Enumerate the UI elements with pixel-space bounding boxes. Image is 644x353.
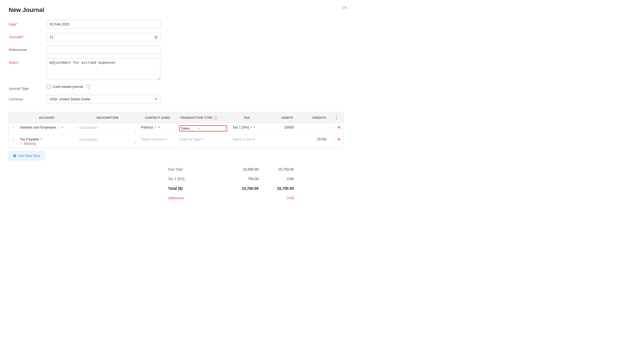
sub-total-label: Sub Total: [166, 166, 226, 173]
cash-based-info-icon[interactable]: i: [86, 84, 91, 89]
difference-row: Difference 0.00: [133, 194, 296, 202]
journal-table-section: ACCOUNT DESCRIPTION CONTACT (USD) TRANSA…: [9, 112, 344, 148]
row2-transaction-type-arrow: ▾: [201, 138, 203, 141]
row2-contact-select[interactable]: Select Contact: [141, 137, 164, 141]
row1-tax-value: Tax 1 [5%]: [233, 125, 249, 129]
journal-input-wrapper: ⚙: [47, 33, 160, 41]
row2-transaction-type-cell: Select a Type ▾: [177, 135, 230, 148]
reference-row: Reference#: [9, 46, 344, 54]
journal-row: Journal#* ⚙: [9, 33, 344, 41]
cash-based-label: Cash based journal: [53, 85, 83, 89]
plus-icon: ⊕: [13, 153, 16, 158]
grand-total-debit: 15,750.00: [226, 185, 261, 192]
row1-description-input[interactable]: [79, 126, 136, 130]
row1-desc-cell: ↘: [77, 123, 138, 135]
journal-table: ACCOUNT DESCRIPTION CONTACT (USD) TRANSA…: [9, 112, 344, 148]
row2-tax-select[interactable]: Select a Tax: [233, 137, 252, 141]
row1-account-dropdown[interactable]: ▾: [61, 126, 64, 129]
transaction-type-info-icon[interactable]: i: [214, 116, 217, 120]
grand-total-row: Total ($) 15,750.00 15,750.00: [133, 185, 296, 192]
tax-debit: 750.00: [226, 175, 261, 182]
sub-total-row: Sub Total 15,000.00 15,750.00: [133, 166, 296, 173]
drag-handle[interactable]: ⠿: [12, 137, 14, 142]
notes-row: Notes* Adjustment for accrued expenses: [9, 58, 344, 80]
row1-actions-cell: ⋮ ✕: [329, 123, 344, 135]
table-more-icon[interactable]: ⋮: [334, 115, 339, 120]
row1-transaction-type-cell: Sales ▾: [177, 123, 230, 135]
row2-transaction-type-select[interactable]: Select a Type: [179, 137, 201, 141]
th-contact: CONTACT (USD): [139, 112, 177, 123]
row2-credit-value: 15750: [299, 137, 327, 141]
notes-input[interactable]: Adjustment for accrued expenses: [47, 58, 160, 80]
table-row: ⠿ Tax Payable ▾ ⚠ Warning: [9, 135, 344, 148]
grand-total-credit: 15,750.00: [261, 185, 296, 192]
row1-delete-button[interactable]: ✕: [337, 125, 341, 130]
journal-type-row: Journal Type Cash based journal i: [9, 84, 344, 91]
table-header-row: ACCOUNT DESCRIPTION CONTACT (USD) TRANSA…: [9, 112, 344, 123]
warning-text: Warning: [24, 142, 36, 146]
notes-label: Notes*: [9, 58, 47, 65]
date-input[interactable]: [47, 20, 160, 28]
journal-input[interactable]: [47, 33, 160, 41]
row2-contact-arrow: ▾: [165, 138, 167, 141]
th-credits: CREDITS: [297, 112, 329, 123]
reference-label: Reference#: [9, 46, 47, 52]
row2-warning: ⚠ Warning: [20, 142, 74, 146]
currency-select[interactable]: USD- United States Dollar: [47, 95, 160, 103]
difference-credit: 0.00: [261, 194, 296, 202]
top-link[interactable]: Ch: [342, 5, 347, 9]
row1-tax-clear[interactable]: ✕: [250, 126, 253, 129]
row1-tax-arrow: ▾: [254, 126, 255, 129]
table-row: ⠿ Salaries and Employee ... ▾ ↘: [9, 123, 344, 135]
row1-contact-dropdown[interactable]: ▾: [158, 126, 160, 129]
row1-account-name: Salaries and Employee ...: [20, 125, 60, 129]
totals-section: Sub Total 15,000.00 15,750.00 Tax 1 [5%]…: [133, 166, 296, 202]
tax-label: Tax 1 [5%]: [166, 175, 226, 182]
th-tax: TAX: [230, 112, 264, 123]
row2-credit-cell: 15750: [297, 135, 329, 148]
row1-transaction-type-select[interactable]: Sales: [181, 126, 197, 130]
th-description: DESCRIPTION: [77, 112, 138, 123]
row2-drag-cell: ⠿: [9, 135, 17, 148]
row2-delete-button[interactable]: ✕: [337, 137, 341, 142]
journal-type-label: Journal Type: [9, 84, 47, 91]
row2-actions-cell: ⋮ ✕: [329, 135, 344, 148]
difference-debit: [226, 194, 261, 202]
form-section: Date* Journal#* ⚙ Reference# Notes* Adju…: [9, 20, 344, 103]
cash-based-checkbox[interactable]: [47, 85, 50, 88]
row1-more-icon[interactable]: ⋮: [332, 125, 336, 130]
row1-contact-clear[interactable]: ✕: [154, 126, 157, 129]
row1-credit-cell: [297, 123, 329, 135]
grand-total-label: Total ($): [166, 185, 226, 192]
journal-label: Journal#*: [9, 33, 47, 39]
row1-contact-name: Patricia: [141, 125, 153, 129]
tax-row: Tax 1 [5%] 750.00 0.00: [133, 175, 296, 182]
row2-description-input[interactable]: [79, 137, 136, 142]
add-new-row-button[interactable]: ⊕ Add New Row: [9, 151, 44, 160]
row2-account-dropdown[interactable]: ▾: [40, 137, 43, 141]
row2-account-cell: Tax Payable ▾ ⚠ Warning: [17, 135, 77, 148]
row1-tax-cell: Tax 1 [5%] ✕ ▾: [230, 123, 264, 135]
gear-icon[interactable]: ⚙: [154, 34, 158, 40]
cash-based-wrapper: Cash based journal i: [47, 84, 91, 89]
difference-label: Difference: [166, 194, 226, 202]
sub-total-credit: 15,750.00: [261, 166, 296, 173]
row2-account-name: Tax Payable: [20, 137, 39, 141]
row1-debit-value: 15000: [266, 125, 294, 129]
th-debits: DEBITS: [264, 112, 297, 123]
row2-tax-arrow: ▾: [253, 138, 254, 141]
row2-more-icon[interactable]: ⋮: [332, 137, 336, 142]
th-account: ACCOUNT: [17, 112, 77, 123]
tax-credit: 0.00: [261, 175, 296, 182]
date-label: Date*: [9, 20, 47, 26]
warning-icon: ⚠: [20, 142, 23, 146]
reference-input[interactable]: [47, 46, 160, 54]
currency-label: Currency: [9, 95, 47, 101]
drag-handle[interactable]: ⠿: [12, 125, 14, 130]
row2-debit-cell: [264, 135, 297, 148]
row1-drag-cell: ⠿: [9, 123, 17, 135]
th-drag: [9, 112, 17, 123]
row1-debit-cell: 15000: [264, 123, 297, 135]
row2-tax-cell: Select a Tax ▾: [230, 135, 264, 148]
add-row-label: Add New Row: [18, 154, 40, 158]
